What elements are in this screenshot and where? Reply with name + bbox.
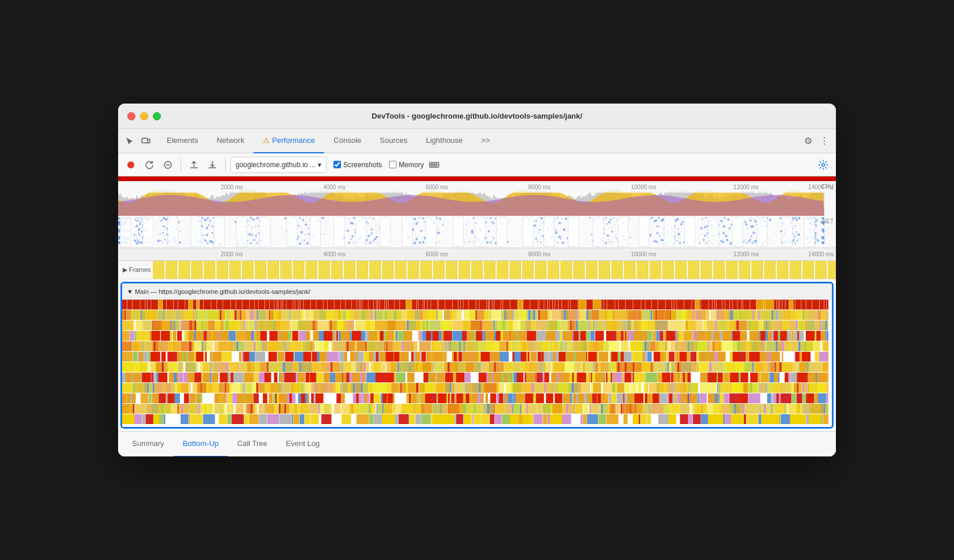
tab-event-log[interactable]: Event Log (277, 432, 329, 457)
tab-call-tree[interactable]: Call Tree (228, 432, 277, 457)
upload-button[interactable] (186, 157, 202, 173)
time-ruler-top: 2000 ms 4000 ms 6000 ms 8000 ms 10000 ms… (118, 181, 836, 193)
chevron-down-icon: ▾ (318, 161, 321, 169)
warning-icon: ⚠ (263, 136, 270, 145)
tab-network[interactable]: Network (207, 129, 254, 153)
tick-6000: 6000 ms (425, 184, 447, 190)
tab-elements[interactable]: Elements (157, 129, 207, 153)
memory-label: Memory (399, 161, 424, 169)
tab-summary[interactable]: Summary (123, 432, 174, 457)
svg-point-10 (822, 163, 825, 166)
minimize-button[interactable] (140, 112, 148, 120)
cpu-section: CPU 2000 ms 4000 ms 6000 ms 8000 ms 1000… (118, 181, 836, 216)
tab-console[interactable]: Console (324, 129, 370, 153)
devtools-panel: Elements Network ⚠ Performance Console S… (118, 129, 836, 456)
maximize-button[interactable] (153, 112, 161, 120)
toolbar-right (815, 157, 831, 173)
clear-button[interactable] (160, 157, 176, 173)
screenshots-checkbox[interactable] (333, 161, 341, 168)
tab-performance[interactable]: ⚠ Performance (254, 129, 324, 153)
svg-rect-0 (142, 138, 148, 143)
timeline-overview: CPU 2000 ms 4000 ms 6000 ms 8000 ms 1000… (118, 176, 836, 248)
tick-2000: 2000 ms (221, 184, 243, 190)
reload-button[interactable] (141, 157, 157, 173)
frames-label: ▶ Frames (123, 266, 153, 274)
memory-icon[interactable] (426, 157, 442, 173)
tab-sources[interactable]: Sources (370, 129, 417, 153)
bottom-tabs: Summary Bottom-Up Call Tree Event Log (118, 431, 836, 456)
traffic-lights (127, 112, 161, 120)
device-icon[interactable] (139, 134, 153, 148)
tab-bar-icons (123, 134, 153, 148)
tab-lighthouse[interactable]: Lighthouse (417, 129, 472, 153)
main-header: ▼ Main — https://googlechrome.github.io/… (122, 283, 832, 300)
toolbar: googlechrome.github.io ... ▾ Screenshots… (118, 153, 836, 176)
settings-gear-icon[interactable]: ⚙ (801, 134, 815, 148)
titlebar: DevTools - googlechrome.github.io/devtoo… (118, 104, 836, 129)
memory-checkbox[interactable] (389, 161, 397, 168)
cpu-label: CPU (821, 183, 834, 190)
svg-rect-1 (148, 139, 150, 143)
url-selector[interactable]: googlechrome.github.io ... ▾ (230, 157, 326, 173)
net-label: NET (822, 218, 834, 224)
toolbar-separator-1 (181, 158, 181, 172)
cursor-icon[interactable] (123, 134, 137, 148)
main-label: ▼ Main — https://googlechrome.github.io/… (127, 288, 310, 295)
more-options-icon[interactable]: ⋮ (817, 134, 831, 148)
flame-chart-canvas[interactable] (122, 300, 828, 427)
frames-content (153, 261, 836, 279)
record-button[interactable] (123, 157, 139, 173)
svg-point-2 (127, 161, 134, 168)
net-section: NET (118, 216, 836, 248)
performance-settings-button[interactable] (815, 157, 831, 173)
tick-4000: 4000 ms (323, 184, 345, 190)
net-chart[interactable] (118, 216, 824, 248)
recording-bar (118, 176, 836, 181)
tick-12000: 12000 ms (733, 184, 759, 190)
tab-more[interactable]: >> (472, 129, 499, 153)
frames-row: ▶ Frames (118, 261, 836, 279)
tab-bar: Elements Network ⚠ Performance Console S… (118, 129, 836, 153)
main-section: ▼ Main — https://googlechrome.github.io/… (120, 282, 834, 429)
memory-checkbox-group: Memory (389, 161, 424, 169)
close-button[interactable] (127, 112, 135, 120)
tab-bar-right: ⚙ ⋮ (801, 134, 831, 148)
screenshots-checkbox-group: Screenshots (333, 161, 382, 169)
screenshots-label: Screenshots (343, 161, 382, 169)
devtools-window: DevTools - googlechrome.github.io/devtoo… (118, 104, 836, 456)
flame-canvas[interactable] (122, 300, 832, 427)
tick-10000: 10000 ms (631, 184, 656, 190)
tab-bottom-up[interactable]: Bottom-Up (174, 432, 228, 457)
window-title: DevTools - googlechrome.github.io/devtoo… (372, 112, 582, 120)
flame-area: 2000 ms 4000 ms 6000 ms 8000 ms 10000 ms… (118, 248, 836, 431)
toolbar-separator-2 (225, 158, 226, 172)
tab-list: Elements Network ⚠ Performance Console S… (157, 129, 801, 153)
tick-8000: 8000 ms (529, 184, 551, 190)
time-ruler-2: 2000 ms 4000 ms 6000 ms 8000 ms 10000 ms… (118, 248, 836, 261)
download-button[interactable] (204, 157, 221, 173)
